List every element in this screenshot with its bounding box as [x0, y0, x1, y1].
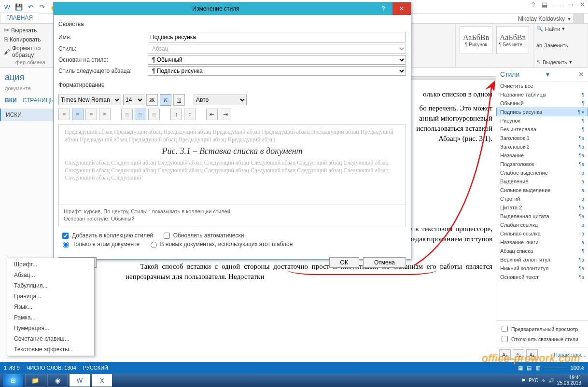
view-print-icon[interactable]: ▤	[527, 365, 532, 371]
menu-language[interactable]: Язык...	[7, 302, 94, 312]
menu-font[interactable]: Шрифт...	[7, 259, 94, 270]
status-words[interactable]: ЧИСЛО СЛОВ: 1304	[27, 365, 76, 371]
space-after-button[interactable]: ↕	[184, 109, 196, 120]
start-button[interactable]: ⊞	[3, 374, 23, 387]
style-item[interactable]: Заголовок 2¶a	[496, 142, 588, 151]
style-item[interactable]: Цитата 2¶a	[496, 203, 588, 212]
indent-inc-button[interactable]: ⇥	[220, 109, 231, 120]
style-item[interactable]: Сильная ссылкаa	[496, 229, 588, 238]
style-item[interactable]: Обычный¶	[496, 99, 588, 108]
save-icon[interactable]: 💾	[14, 2, 23, 11]
undo-icon[interactable]: ↶	[26, 2, 35, 11]
style-item[interactable]: Название книгиa	[496, 238, 588, 247]
zoom-level[interactable]: 100%	[571, 365, 584, 371]
select-button[interactable]: ↖Выделить ▾	[536, 59, 585, 65]
align-right-button[interactable]: ≡	[85, 109, 97, 120]
based-on-select[interactable]: ¶ Обычный	[148, 55, 406, 65]
style-item[interactable]: Выделенная цитата¶a	[496, 212, 588, 221]
style-item[interactable]: Верхний колонтитул¶a	[496, 255, 588, 264]
template-radio[interactable]: В новых документах, использующих этот ша…	[148, 240, 293, 248]
close-icon[interactable]: ✕	[580, 1, 585, 8]
style-item[interactable]: Абзац списка¶	[496, 247, 588, 255]
menu-text-effects[interactable]: Текстовые эффекты...	[7, 344, 94, 355]
cancel-button[interactable]: Отмена	[363, 257, 406, 268]
spacing-15-button[interactable]: ≣	[135, 109, 146, 120]
minimize-icon[interactable]: —	[554, 1, 560, 8]
auto-update-checkbox[interactable]: Обновлять автоматически	[162, 231, 244, 240]
copy-button[interactable]: ⎘Копировать	[4, 35, 57, 44]
style-box-2[interactable]: АаБбВв¶ Без инте...	[496, 26, 529, 54]
view-web-icon[interactable]: ▥	[535, 365, 540, 371]
style-item[interactable]: Сильное выделениеa	[496, 186, 588, 194]
style-item[interactable]: Без интервала¶	[496, 125, 588, 134]
style-item[interactable]: Очистить все	[496, 82, 588, 90]
nav-tab-headings[interactable]: ВКИ	[5, 97, 17, 104]
tray-language[interactable]: РУС	[529, 378, 538, 383]
disable-linked-checkbox[interactable]: Отключить связанные стили	[500, 334, 585, 344]
color-select[interactable]: Авто	[194, 95, 247, 105]
format-painter-button[interactable]: 🖌Формат по образцу	[4, 44, 57, 59]
spacing-1-button[interactable]: ≣	[121, 109, 133, 120]
taskbar-word[interactable]: W	[70, 374, 90, 387]
replace-button[interactable]: abЗаменить	[536, 42, 585, 48]
size-select[interactable]: 14	[123, 95, 144, 105]
tray-network-icon[interactable]: ⚠	[541, 378, 546, 383]
cut-button[interactable]: ✂Вырезать	[4, 26, 57, 35]
only-this-doc-radio[interactable]: Только в этом документе	[60, 240, 140, 248]
close-icon[interactable]: ✕	[578, 70, 584, 78]
style-item[interactable]: Слабая ссылкаa	[496, 221, 588, 229]
style-item[interactable]: Слабое выделениеa	[496, 168, 588, 177]
menu-numbering[interactable]: Нумерация...	[7, 323, 94, 333]
tray-clock[interactable]: 19:4125.06.2013	[557, 375, 581, 386]
italic-button[interactable]: К	[160, 94, 171, 106]
style-item[interactable]: Рисунок¶	[496, 116, 588, 125]
taskbar-chrome[interactable]: ◉	[47, 374, 68, 387]
add-to-gallery-checkbox[interactable]: Добавить в коллекцию стилей	[60, 231, 153, 240]
next-style-select[interactable]: ¶ Подпись рисунка	[148, 66, 406, 76]
redo-icon[interactable]: ↷	[38, 2, 46, 11]
tray-volume-icon[interactable]: 🔊	[548, 378, 554, 383]
taskbar-explorer[interactable]: 📁	[25, 374, 45, 387]
style-item[interactable]: Выделениеa	[496, 177, 588, 186]
spacing-2-button[interactable]: ≣	[148, 109, 160, 120]
menu-tabs[interactable]: Табуляция...	[7, 280, 94, 291]
menu-paragraph[interactable]: Абзац...	[7, 270, 94, 280]
nav-tab-pages[interactable]: СТРАНИЦЫ	[23, 97, 56, 104]
space-before-button[interactable]: ↕	[170, 109, 182, 120]
user-info[interactable]: Nikolay Koldovsky ▾	[518, 14, 584, 24]
view-read-icon[interactable]: ▦	[518, 365, 523, 371]
ok-button[interactable]: ОК	[329, 257, 359, 268]
status-page[interactable]: 1 ИЗ 9	[4, 365, 20, 371]
maximize-icon[interactable]: ▭	[567, 1, 573, 8]
ribbon-toggle-icon[interactable]: ⬓	[542, 1, 547, 8]
align-justify-button[interactable]: ≡	[99, 109, 111, 120]
style-item[interactable]: Название таблицы¶	[496, 90, 588, 99]
help-icon[interactable]: ?	[532, 1, 535, 8]
taskbar-excel[interactable]: X	[92, 374, 112, 387]
bold-button[interactable]: Ж	[146, 94, 158, 106]
style-item[interactable]: Подзаголовок¶a	[496, 160, 588, 168]
style-item[interactable]: Основной текст¶a	[496, 273, 588, 281]
find-button[interactable]: 🔍Найти ▾	[536, 26, 585, 32]
style-item[interactable]: Нижний колонтитул¶a	[496, 264, 588, 273]
menu-shortcut[interactable]: Сочетание клавиш...	[7, 333, 94, 344]
style-box-1[interactable]: АаБбВв¶ Рисунок	[460, 26, 492, 54]
align-left-button[interactable]: ≡	[58, 109, 70, 120]
style-item[interactable]: Подпись рисунка¶ ▾	[496, 108, 588, 116]
chevron-down-icon[interactable]: ▾	[546, 70, 549, 78]
style-item[interactable]: Название¶a	[496, 151, 588, 160]
menu-border[interactable]: Граница...	[7, 291, 94, 302]
name-input[interactable]	[148, 32, 406, 42]
underline-button[interactable]: Ч	[173, 94, 185, 106]
menu-frame[interactable]: Рамка...	[7, 312, 94, 323]
tray-flag-icon[interactable]: ⚑	[521, 378, 526, 383]
close-icon[interactable]: ✕	[392, 2, 411, 15]
font-select[interactable]: Times New Roman	[58, 95, 121, 105]
indent-dec-button[interactable]: ⇤	[206, 109, 218, 120]
style-item[interactable]: Строгийa	[496, 194, 588, 203]
style-item[interactable]: Заголовок 1¶a	[496, 134, 588, 142]
status-language[interactable]: РУССКИЙ	[83, 365, 108, 371]
preview-checkbox[interactable]: Предварительный просмотр	[500, 324, 585, 333]
tab-home[interactable]: ГЛАВНАЯ	[0, 13, 39, 23]
help-icon[interactable]: ?	[374, 2, 392, 15]
